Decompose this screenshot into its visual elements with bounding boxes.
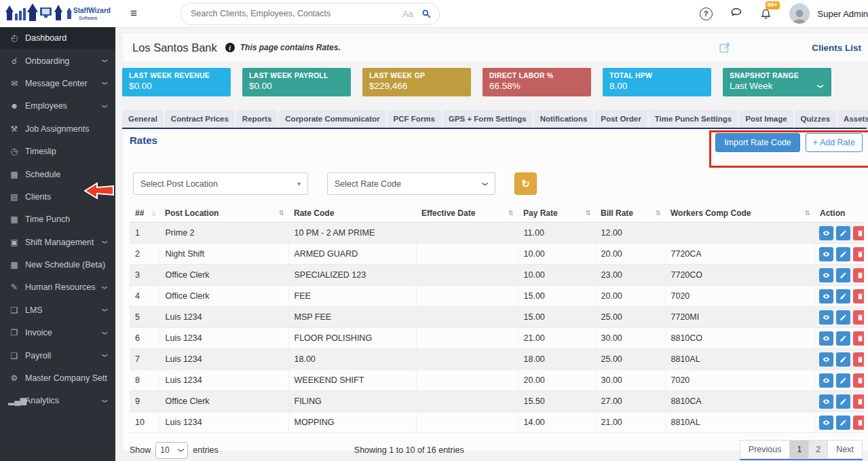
delete-button[interactable] (853, 310, 865, 325)
edit-button[interactable] (836, 289, 850, 303)
tab-post-image[interactable]: Post Image (739, 110, 793, 128)
sidebar-item-master-company-settings[interactable]: ⚙Master Company Settings (0, 367, 115, 390)
avatar[interactable] (789, 3, 810, 24)
user-name[interactable]: Super Admin (818, 9, 868, 19)
col-header-workers-comp-code[interactable]: Workers Comp Code⇅ (665, 204, 814, 223)
edit-button[interactable] (836, 310, 850, 325)
refresh-button[interactable]: ↻ (514, 172, 537, 195)
delete-button[interactable] (853, 394, 865, 409)
search-icon[interactable] (421, 9, 431, 18)
tab-general[interactable]: General (122, 110, 164, 128)
table-cell: Luis 1234 (159, 412, 288, 433)
eye-icon (823, 356, 830, 363)
col-header-bill-rate[interactable]: Bill Rate⇅ (595, 204, 665, 223)
sidebar-item-shift-management[interactable]: ▣Shift Management❯ (0, 232, 115, 254)
edit-button[interactable] (836, 373, 850, 388)
view-button[interactable] (819, 268, 833, 282)
page-previous[interactable]: Previous (740, 440, 790, 459)
view-button[interactable] (819, 289, 833, 303)
table-cell (416, 349, 518, 370)
sidebar-item-schedule[interactable]: ▦Schedule (0, 163, 115, 185)
view-button[interactable] (819, 352, 833, 367)
delete-button[interactable] (853, 268, 865, 282)
sidebar-item-job-assignments[interactable]: ⚒Job Assignments (0, 118, 115, 141)
tab-corporate-communicator[interactable]: Corporate Communicator (279, 110, 385, 128)
sidebar-item-time-punch[interactable]: ▦Time Punch (0, 208, 115, 231)
page-2[interactable]: 2 (808, 440, 827, 459)
delete-button[interactable] (853, 352, 865, 367)
chat-icon[interactable] (730, 8, 742, 19)
page-next[interactable]: Next (827, 440, 863, 459)
delete-button[interactable] (853, 226, 865, 240)
sidebar-item-analytics[interactable]: ▂▄▆Analytics❯ (0, 390, 115, 412)
tab-gps-form-settings[interactable]: GPS + Form Settings (442, 110, 533, 128)
trash-icon (856, 229, 864, 237)
col-header-pay-rate[interactable]: Pay Rate⇅ (518, 204, 595, 223)
sidebar-item-human-resources[interactable]: ✎Human Resources❯ (0, 276, 115, 299)
import-rate-code-button[interactable]: Import Rate Code (715, 133, 800, 152)
table-cell: SPECIALIZED 123 (288, 265, 416, 286)
sidebar-item-timeslip[interactable]: ◷Timeslip (0, 141, 115, 163)
edit-icon[interactable] (719, 42, 730, 54)
delete-button[interactable] (853, 247, 865, 261)
bell-icon[interactable]: 99+ (760, 7, 772, 20)
table-cell: 18.00 (288, 349, 416, 370)
edit-button[interactable] (836, 247, 850, 261)
view-button[interactable] (819, 247, 833, 261)
col-header-post-location[interactable]: Post Location⇅ (159, 204, 288, 223)
sidebar-item-new-schedule-beta[interactable]: ▦New Schedule (Beta) (0, 254, 115, 276)
sidebar-item-invoice[interactable]: ❐Invoice❯ (0, 322, 115, 344)
post-location-select[interactable]: Select Post Location ▾ (133, 172, 308, 195)
tab-time-punch-settings[interactable]: Time Punch Settings (649, 110, 738, 128)
tab-reports[interactable]: Reports (236, 110, 278, 128)
tab-pcf-forms[interactable]: PCF Forms (388, 110, 441, 128)
tab-notifications[interactable]: Notifications (534, 110, 594, 128)
table-row: 8Luis 1234WEEKEND SHIFT20.0030.007020 (130, 370, 864, 391)
view-button[interactable] (819, 373, 833, 388)
delete-button[interactable] (853, 373, 865, 388)
sidebar-item-dashboard[interactable]: ◴Dashboard (0, 27, 115, 50)
action-cell (814, 370, 864, 391)
view-button[interactable] (819, 394, 833, 409)
col-header-[interactable]: ##▵ (130, 204, 159, 223)
rate-code-select[interactable]: Select Rate Code ❯ (327, 172, 495, 195)
view-button[interactable] (819, 310, 833, 325)
menu-icon[interactable]: ≡ (130, 7, 137, 20)
clients-list-link[interactable]: Clients List (812, 43, 861, 53)
rates-table: ##▵Post Location⇅Rate CodeEffective Date… (130, 204, 864, 433)
edit-button[interactable] (836, 394, 850, 409)
delete-button[interactable] (853, 416, 865, 430)
tab-post-order[interactable]: Post Order (595, 110, 647, 128)
search-bar[interactable]: Aa (181, 3, 440, 25)
delete-button[interactable] (853, 289, 865, 303)
stat-card-snapshot-range[interactable]: SNAPSHOT RANGELast Week❯ (723, 68, 831, 96)
sidebar-item-message-center[interactable]: ✉Message Center❯ (0, 73, 115, 95)
view-button[interactable] (819, 226, 833, 240)
tab-assets[interactable]: Assets (837, 110, 868, 128)
sidebar-item-onboarding[interactable]: ☌Onboarding❯ (0, 50, 115, 72)
text-size-icon[interactable]: Aa (402, 9, 413, 19)
view-button[interactable] (819, 416, 833, 430)
showing-entries-text: Showing 1 to 10 of 16 entries (354, 445, 464, 455)
tab-contract-prices[interactable]: Contract Prices (165, 110, 235, 128)
edit-button[interactable] (836, 352, 850, 367)
view-button[interactable] (819, 331, 833, 346)
sidebar-item-clients[interactable]: ▤Clients (0, 186, 115, 208)
add-rate-button[interactable]: + Add Rate (806, 133, 863, 152)
search-input[interactable] (189, 8, 402, 19)
delete-button[interactable] (853, 331, 865, 346)
col-header-effective-date[interactable]: Effective Date⇅ (416, 204, 518, 223)
help-icon[interactable]: ? (700, 7, 713, 20)
edit-button[interactable] (836, 331, 850, 346)
eye-icon (823, 272, 830, 279)
edit-button[interactable] (836, 268, 850, 282)
sidebar-item-employees[interactable]: ☻Employees❯ (0, 95, 115, 117)
edit-button[interactable] (836, 416, 850, 430)
page-1[interactable]: 1 (789, 440, 808, 459)
sidebar-item-lms[interactable]: ❏LMS❯ (0, 299, 115, 322)
entries-select[interactable]: 10 ❯ (155, 442, 188, 459)
pencil-icon (839, 356, 847, 363)
edit-button[interactable] (836, 226, 850, 240)
tab-quizzes[interactable]: Quizzes (795, 110, 836, 128)
sidebar-item-payroll[interactable]: ❑Payroll❯ (0, 344, 115, 367)
